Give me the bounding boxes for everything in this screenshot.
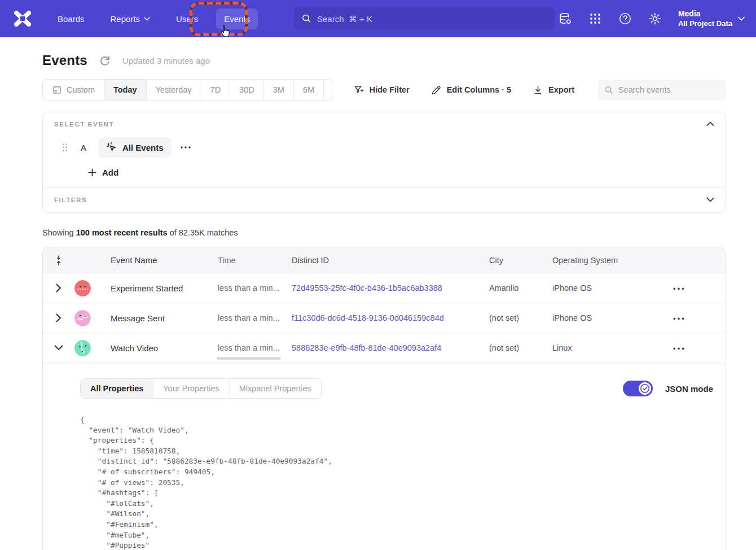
events-search[interactable] [598,80,726,101]
events-search-input[interactable] [618,85,719,94]
hide-filter-button[interactable]: Hide Filter [354,85,410,95]
funnel-icon [354,85,364,95]
add-event-button[interactable]: Add [88,168,714,177]
nav-item-boards[interactable]: Boards [50,8,93,29]
filters-label: FILTERS [54,197,714,203]
chevron-right-icon[interactable] [54,313,63,322]
nav-item-users[interactable]: Users [168,8,206,29]
tab-mixpanel-properties[interactable]: Mixpanel Properties [230,379,321,398]
export-button[interactable]: Export [533,85,574,95]
column-header-city[interactable]: City [489,256,552,265]
event-os: Linux [552,343,668,352]
column-header-time[interactable]: Time [218,256,292,265]
row-more-icon[interactable] [673,317,685,321]
row-more-icon[interactable] [673,287,685,291]
event-avatar [74,310,91,326]
date-segment-yesterday[interactable]: Yesterday [147,80,201,100]
top-navbar: Boards Reports Users Events [0,0,756,37]
updated-timestamp: Updated 3 minutes ago [122,56,210,66]
magic-cursor-icon [106,142,117,153]
date-segment-12m[interactable]: 12M [324,80,332,100]
event-name: Watch Video [111,343,218,353]
distinct-id-link[interactable]: 5886283e-e9fb-48fb-81de-40e9093a2af4 [292,343,441,352]
apps-grid-icon[interactable] [588,12,602,25]
events-table: Event Name Time Distinct ID City Operati… [42,247,726,550]
event-os: iPhone OS [552,313,668,322]
date-segment-6m[interactable]: 6M [294,80,324,100]
table-header-row: Event Name Time Distinct ID City Operati… [43,247,726,273]
edit-columns-button[interactable]: Edit Columns · 5 [431,85,511,95]
properties-tabs: All Properties Your Properties Mixpanel … [80,378,322,399]
page-title: Events [42,53,87,68]
help-icon[interactable] [618,12,632,25]
data-management-icon[interactable] [559,12,572,25]
nav-item-events[interactable]: Events [216,8,258,29]
distinct-id-link[interactable]: f11c30d6-dc6d-4518-9136-0d046159c84d [292,313,444,322]
chevron-down-icon[interactable] [54,343,63,352]
event-os: iPhone OS [552,283,668,293]
results-count: 100 most recent results [76,228,168,237]
project-scope: All Project Data [678,19,732,29]
global-search-input[interactable] [317,14,547,24]
select-event-section: SELECT EVENT A All Events [43,112,726,187]
event-name: Message Sent [111,313,218,323]
date-segment-custom[interactable]: Custom [43,80,104,100]
collapse-rows-icon[interactable] [54,255,63,266]
date-segment-today[interactable]: Today [104,80,147,100]
main-content: Events Updated 3 minutes ago Custom Toda… [42,53,726,550]
settings-gear-icon[interactable] [648,12,662,25]
search-icon [302,14,311,24]
chevron-down-icon[interactable] [706,196,714,204]
chevron-right-icon[interactable] [54,283,63,293]
event-json-view: { "event": "Watch Video", "properties": … [80,414,713,550]
search-icon [605,85,613,95]
event-time: less than a min... [218,313,292,322]
all-events-chip-label: All Events [122,143,164,152]
json-mode-label: JSON mode [665,384,713,394]
table-row[interactable]: Message Sent less than a min... f11c30d6… [43,303,726,333]
filters-section: FILTERS [43,188,726,212]
project-name: Media [678,8,732,19]
table-row[interactable]: Experiment Started less than a min... 72… [43,273,726,303]
chevron-up-icon[interactable] [706,120,714,128]
horizontal-scrollbar-thumb[interactable] [217,357,281,360]
event-time: less than a min... [218,343,292,352]
table-row-expanded[interactable]: Watch Video less than a min... 5886283e-… [43,333,726,363]
project-switcher[interactable]: Media All Project Data [678,8,745,28]
date-segment-7d[interactable]: 7D [201,80,231,100]
tab-your-properties[interactable]: Your Properties [153,379,229,398]
query-builder-card: SELECT EVENT A All Events [42,112,726,213]
event-query-row: A All Events [54,137,714,158]
row-more-icon[interactable] [673,347,685,351]
toggle-knob [639,382,651,395]
all-events-chip[interactable]: All Events [98,137,172,158]
global-search[interactable] [294,7,555,30]
distinct-id-link[interactable]: 72d49553-25fc-4f0c-b436-1b5ac6ab3388 [292,283,442,293]
event-city: (not set) [489,343,552,352]
nav-item-reports[interactable]: Reports [103,8,159,29]
date-segment-30d[interactable]: 30D [230,80,264,100]
column-header-distinct-id[interactable]: Distinct ID [292,256,489,265]
refresh-icon[interactable] [99,55,111,66]
event-time: less than a min... [218,283,292,293]
mixpanel-logo[interactable] [12,8,33,29]
drag-handle-icon[interactable] [62,143,68,152]
event-city: Amarillo [489,283,552,293]
event-row-letter: A [81,143,87,152]
event-avatar [74,340,91,356]
results-summary: Showing 100 most recent results of 82.35… [42,228,726,237]
tab-all-properties[interactable]: All Properties [81,379,153,398]
json-mode-toggle[interactable] [623,381,653,396]
column-header-os[interactable]: Operating System [552,256,668,265]
event-detail-panel: All Properties Your Properties Mixpanel … [43,363,726,550]
more-options-icon[interactable] [180,146,191,149]
column-header-event-name[interactable]: Event Name [111,255,218,265]
download-icon [533,85,543,95]
chevron-down-icon [144,17,150,21]
event-name: Experiment Started [111,283,218,293]
select-event-label: SELECT EVENT [54,121,714,128]
date-segment-3m[interactable]: 3M [264,80,294,100]
calendar-icon [52,85,62,95]
plus-icon [88,168,96,177]
chevron-down-icon [738,16,745,21]
